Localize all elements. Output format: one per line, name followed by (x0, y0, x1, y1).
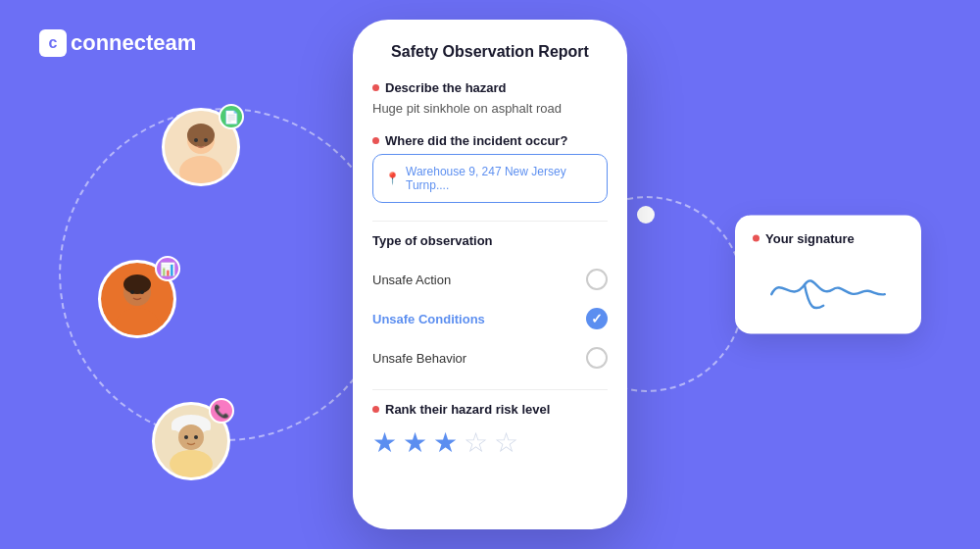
location-label: Where did the incident occur? (372, 133, 608, 148)
unsafe-conditions-radio[interactable]: ✓ (586, 308, 608, 329)
location-text: Warehouse 9, 247 New Jersey Turnp.... (406, 165, 595, 192)
logo: c connecteam (39, 29, 196, 57)
location-box[interactable]: 📍 Warehouse 9, 247 New Jersey Turnp.... (372, 154, 608, 203)
signature-card: Your signature (735, 216, 921, 334)
svg-point-11 (140, 290, 144, 294)
star-4[interactable]: ☆ (464, 426, 488, 459)
hazard-answer: Huge pit sinkhole on asphalt road (372, 101, 608, 116)
obs-unsafe-conditions[interactable]: Unsafe Conditions ✓ (372, 299, 608, 338)
svg-point-15 (178, 424, 204, 450)
divider-2 (372, 389, 608, 390)
red-dot-location (372, 137, 379, 144)
unsafe-conditions-label: Unsafe Conditions (372, 312, 485, 326)
phone-mockup: Safety Observation Report Describe the h… (353, 20, 627, 529)
rank-label: Rank their hazard risk level (372, 402, 608, 417)
phone-content: Safety Observation Report Describe the h… (353, 20, 627, 529)
svg-point-4 (194, 138, 198, 142)
white-dot (637, 206, 655, 224)
avatar-3: 📞 (152, 402, 230, 480)
signature-svg (753, 256, 904, 315)
star-5[interactable]: ☆ (494, 426, 518, 459)
red-dot-rank (372, 406, 379, 413)
star-1[interactable]: ★ (372, 426, 397, 459)
avatar-2-badge: 📊 (155, 256, 180, 281)
svg-point-16 (170, 450, 213, 477)
phone-title: Safety Observation Report (372, 43, 608, 61)
unsafe-action-label: Unsafe Action (372, 273, 451, 287)
unsafe-behavior-radio[interactable] (586, 347, 608, 369)
avatar-1: 📄 (162, 108, 240, 186)
unsafe-behavior-label: Unsafe Behavior (372, 351, 466, 366)
svg-point-9 (123, 274, 151, 294)
svg-point-3 (187, 124, 215, 147)
pin-icon: 📍 (385, 172, 400, 185)
checkmark-icon: ✓ (591, 311, 603, 326)
red-dot-sig (753, 235, 760, 242)
svg-point-18 (194, 435, 198, 439)
stars-row: ★ ★ ★ ☆ ☆ (372, 426, 608, 459)
logo-icon: c (39, 29, 67, 57)
avatar-2: 📊 (98, 260, 176, 338)
svg-point-17 (184, 435, 188, 439)
avatar-3-badge: 📞 (209, 398, 234, 424)
describe-hazard-label: Describe the hazard (372, 80, 608, 95)
obs-unsafe-behavior[interactable]: Unsafe Behavior (372, 338, 608, 377)
star-3[interactable]: ★ (433, 426, 458, 459)
obs-unsafe-action[interactable]: Unsafe Action (372, 260, 608, 299)
obs-type-label: Type of observation (372, 233, 608, 248)
svg-point-10 (130, 290, 134, 294)
divider-1 (372, 221, 608, 222)
avatar-1-badge: 📄 (219, 104, 244, 129)
svg-point-5 (204, 138, 208, 142)
sig-label: Your signature (753, 231, 904, 246)
unsafe-action-radio[interactable] (586, 269, 608, 290)
logo-text: connecteam (71, 30, 196, 56)
star-2[interactable]: ★ (403, 426, 427, 459)
red-dot-hazard (372, 84, 379, 91)
